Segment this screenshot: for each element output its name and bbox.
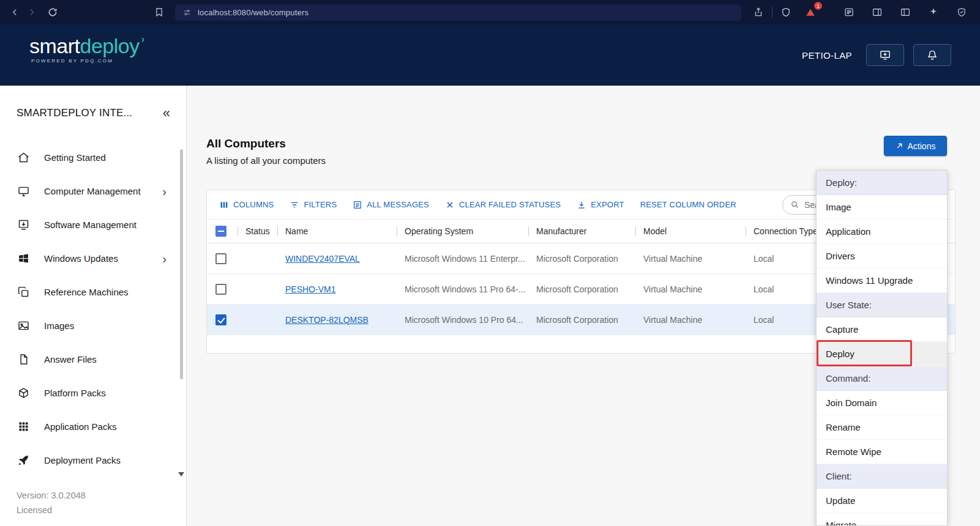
file-icon [17, 353, 30, 366]
add-computer-button[interactable] [866, 44, 904, 66]
sidebar-item-computer-management[interactable]: Computer Management › [0, 174, 186, 208]
row-checkbox[interactable] [215, 253, 226, 264]
grid-icon [17, 420, 30, 433]
manufacturer-cell: Microsoft Corporation [528, 315, 635, 325]
image-icon [17, 319, 30, 332]
notification-badge: 1 [814, 2, 822, 10]
leo-ai-icon[interactable] [925, 4, 942, 21]
menu-item-capture[interactable]: Capture [817, 317, 947, 342]
select-all-checkbox[interactable] [215, 226, 226, 237]
messages-icon [353, 200, 362, 210]
divider [277, 227, 278, 236]
back-icon[interactable] [6, 4, 23, 21]
column-header-status[interactable]: Status [238, 220, 277, 243]
column-header-os[interactable]: Operating System [397, 220, 528, 243]
menu-item-migrate[interactable]: Migrate [817, 513, 947, 526]
menu-item-application[interactable]: Application [817, 220, 947, 244]
column-header-manufacturer[interactable]: Manufacturer [528, 220, 635, 243]
copy-icon [17, 286, 30, 298]
brave-shield-icon[interactable] [777, 4, 795, 21]
reload-icon[interactable] [44, 4, 61, 21]
address-bar[interactable]: localhost:8080/web/computers [175, 4, 741, 21]
monitor-icon [17, 185, 30, 198]
x-icon [445, 200, 455, 210]
model-cell: Virtual Machine [635, 254, 746, 264]
sidebar-item-platform-packs[interactable]: Platform Packs [0, 376, 186, 410]
menu-item-update[interactable]: Update [817, 489, 947, 513]
share-icon[interactable] [750, 4, 767, 21]
bookmark-icon[interactable] [151, 4, 168, 21]
software-icon [17, 218, 30, 231]
menu-section-deploy: Deploy: [817, 171, 947, 195]
logo-deploy: deploy [80, 34, 140, 57]
notifications-button[interactable] [913, 44, 951, 66]
collapse-sidebar-icon[interactable]: « [163, 106, 170, 120]
bell-icon [926, 49, 938, 61]
screen: localhost:8080/web/computers 1 smartdepl… [0, 0, 980, 526]
divider [397, 227, 397, 236]
menu-item-deploy[interactable]: Deploy [817, 342, 947, 366]
actions-button[interactable]: Actions [884, 136, 947, 156]
sidebar-item-software-management[interactable]: Software Management [0, 208, 186, 242]
all-messages-button[interactable]: ALL MESSAGES [353, 200, 429, 210]
cube-icon [17, 387, 30, 399]
sidebar-item-getting-started[interactable]: Getting Started [0, 141, 186, 174]
sidebar-item-application-packs[interactable]: Application Packs [0, 410, 186, 443]
menu-item-remote-wipe[interactable]: Remote Wipe [817, 440, 947, 464]
menu-item-drivers[interactable]: Drivers [817, 244, 947, 269]
divider [238, 227, 238, 236]
clear-failed-statuses-button[interactable]: CLEAR FAILED STATUSES [445, 200, 561, 210]
column-header-name[interactable]: Name [277, 220, 397, 243]
actions-menu: Deploy: Image Application Drivers Window… [816, 170, 948, 526]
divider [772, 7, 772, 18]
sidebar-header: SMARTDEPLOY INTE... « [0, 86, 186, 120]
row-checkbox[interactable] [215, 284, 226, 295]
filters-button[interactable]: FILTERS [290, 200, 337, 210]
logo-smart: smart [29, 34, 80, 57]
export-icon [577, 200, 586, 210]
computer-name-link[interactable]: PESHO-VM1 [285, 284, 335, 294]
sidebar-item-windows-updates[interactable]: Windows Updates › [0, 242, 186, 275]
column-header-model[interactable]: Model [635, 220, 746, 243]
sidebar-item-images[interactable]: Images [0, 309, 186, 343]
chevron-right-icon: › [162, 253, 166, 265]
header-checkbox-cell [207, 226, 238, 237]
sidebar-item-deployment-packs[interactable]: Deployment Packs [0, 443, 186, 477]
scroll-down-arrow[interactable] [178, 472, 184, 476]
url-text: localhost:8080/web/computers [198, 8, 309, 17]
reset-column-order-button[interactable]: RESET COLUMN ORDER [640, 200, 736, 209]
computer-name-link[interactable]: DESKTOP-82LQMSB [285, 315, 368, 325]
menu-item-windows-11-upgrade[interactable]: Windows 11 Upgrade [817, 269, 947, 293]
model-cell: Virtual Machine [635, 315, 746, 325]
manufacturer-cell: Microsoft Corporation [528, 284, 635, 294]
logo-tick: ʾ [140, 34, 146, 57]
search-icon [790, 200, 799, 209]
computer-name-link[interactable]: WINDEV2407EVAL [285, 254, 360, 264]
menu-item-image[interactable]: Image [817, 195, 947, 220]
menu-item-rename[interactable]: Rename [817, 415, 947, 440]
forward-icon[interactable] [23, 4, 40, 21]
sidebar-item-answer-files[interactable]: Answer Files [0, 343, 186, 376]
wallet-panel-icon[interactable] [897, 4, 914, 21]
columns-button[interactable]: COLUMNS [219, 200, 274, 210]
rewards-icon[interactable]: 1 [802, 4, 819, 21]
menu-section-client: Client: [817, 464, 947, 489]
menu-item-join-domain[interactable]: Join Domain [817, 391, 947, 415]
windows-icon [17, 252, 30, 265]
row-checkbox-checked[interactable] [215, 314, 226, 325]
sidebar-scrollbar-thumb[interactable] [180, 149, 183, 379]
export-button[interactable]: EXPORT [577, 200, 624, 210]
reader-mode-icon[interactable] [840, 4, 858, 21]
rocket-icon [17, 454, 30, 467]
smartdeploy-logo[interactable]: smartdeployʾ POWERED BY PDQ.COM [29, 35, 146, 64]
sidebar-item-reference-machines[interactable]: Reference Machines [0, 275, 186, 309]
app-header: smartdeployʾ POWERED BY PDQ.COM PETIO-LA… [0, 24, 980, 86]
vpn-shield-icon[interactable] [953, 4, 970, 21]
model-cell: Virtual Machine [635, 284, 746, 294]
sidebar-toggle-icon[interactable] [869, 4, 886, 21]
logo-tagline: POWERED BY PDQ.COM [29, 58, 146, 64]
filter-icon [290, 200, 299, 210]
version-label: Version: 3.0.2048 [17, 488, 86, 503]
home-icon [17, 151, 30, 164]
manufacturer-cell: Microsoft Corporation [528, 254, 635, 264]
